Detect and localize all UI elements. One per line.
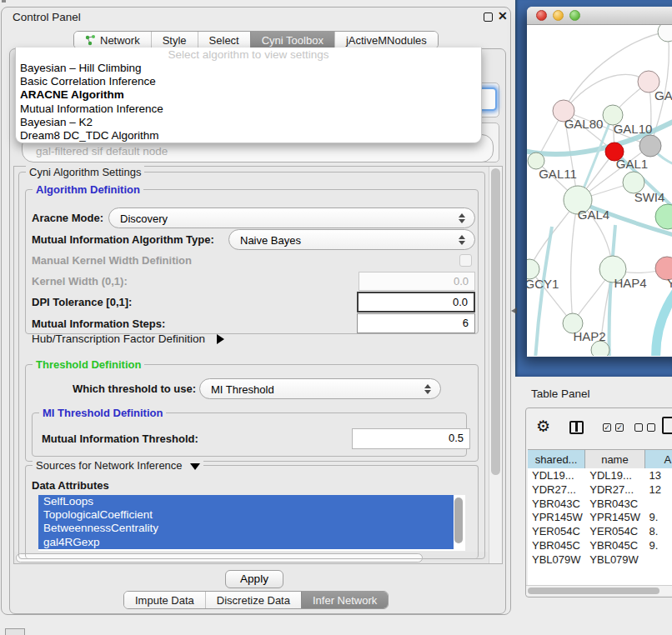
table-cell: YDL19... [585, 468, 644, 482]
table-cell: 9. [644, 567, 672, 568]
node-label: GAL11 [539, 167, 577, 181]
aracne-mode-label: Aracne Mode: [32, 212, 103, 224]
node-label: Y [667, 276, 672, 290]
table-cell: 13 [644, 468, 672, 482]
data-attributes-label: Data Attributes [32, 479, 109, 492]
float-window-icon[interactable] [484, 12, 493, 22]
table-row[interactable]: YPR145WYPR145W9. [528, 510, 672, 524]
table-cell: YPR145W [528, 510, 585, 524]
table-row[interactable]: YDR27...YDR27...12 [528, 482, 672, 497]
table-scrollbar-thumb[interactable] [528, 588, 659, 594]
tab-infer-network[interactable]: Infer Network [301, 592, 388, 608]
control-panel-title: Control Panel [13, 11, 81, 23]
table-cell: YBR045C [585, 538, 644, 552]
kernel-width-field[interactable]: 0.0 [359, 272, 475, 291]
mi-threshold-field[interactable]: 0.5 [352, 428, 470, 449]
table-column-header[interactable]: A [645, 450, 672, 468]
tab-jactivemnodules[interactable]: jActiveMNodules [334, 32, 438, 48]
close-traffic-light-icon[interactable] [536, 10, 547, 21]
window-edge-tick [2, 0, 6, 2]
tab-impute-data[interactable]: Impute Data [124, 592, 205, 608]
table-row[interactable]: YBL079WYBL079W [528, 552, 672, 567]
dpi-tolerance-label: DPI Tolerance [0,1]: [32, 296, 132, 308]
table-row[interactable]: YBR043CYBR043C [528, 497, 672, 511]
algorithm-option[interactable]: Bayesian – K2 [16, 116, 481, 129]
table-row[interactable]: YDL19...YDL19...13 [528, 468, 672, 482]
tab-network[interactable]: Network [74, 32, 151, 48]
list-scrollbar-thumb[interactable] [454, 498, 463, 543]
data-attributes-list[interactable]: SelfLoopsTopologicalCoefficientBetweenne… [38, 495, 465, 551]
new-table-icon[interactable] [662, 417, 672, 434]
mi-steps-field[interactable]: 6 [357, 313, 475, 333]
table-cell: 9. [644, 538, 672, 552]
which-threshold-combo[interactable]: MI Threshold [199, 378, 441, 399]
network-canvas[interactable]: GALGAL80GAL10GAL1GAL11SWI4GAL4GCY1HAP4YH… [527, 25, 672, 356]
show-columns-icon[interactable] [569, 421, 584, 434]
group-title: Algorithm Definition [33, 183, 143, 196]
table-cell: YER054C [585, 524, 644, 538]
manual-kernel-checkbox[interactable] [459, 254, 472, 267]
table-row[interactable]: YBR045CYBR045C9. [528, 538, 672, 552]
zoom-traffic-light-icon[interactable] [569, 10, 580, 21]
tab-discretize-data[interactable]: Discretize Data [205, 592, 301, 608]
node-table: shared...nameA YDL19...YDL19...13YDR27..… [528, 449, 672, 586]
mi-type-combo[interactable]: Naive Bayes [228, 229, 475, 250]
data-attribute-item[interactable]: TopologicalCoefficient [38, 508, 454, 522]
network-node[interactable] [639, 135, 661, 157]
data-attribute-item[interactable]: BetweennessCentrality [38, 522, 454, 535]
network-node[interactable] [658, 25, 672, 42]
which-threshold-label: Which threshold to use: [73, 382, 196, 395]
algorithm-option[interactable]: Dream8 DC_TDC Algorithm [16, 129, 481, 142]
sources-group-title[interactable]: Sources for Network Inference [33, 459, 203, 472]
minimize-traffic-light-icon[interactable] [553, 10, 564, 21]
aracne-mode-combo[interactable]: Discovery [108, 208, 475, 228]
combo-arrows-icon [459, 234, 465, 246]
tab-network-label: Network [100, 34, 140, 47]
hub-definition-toggle[interactable]: Hub/Transcription Factor Definition [32, 332, 224, 345]
table-horizontal-scrollbar[interactable] [526, 585, 672, 595]
network-icon [85, 35, 96, 46]
network-window-titlebar[interactable] [527, 7, 672, 25]
algorithm-option[interactable]: ARACNE Algorithm [16, 88, 481, 102]
table-cell: YBL079W [585, 552, 644, 567]
data-attribute-item[interactable]: SelfLoops [38, 495, 454, 508]
data-attribute-item[interactable]: gal4RGexp [38, 536, 454, 549]
table-cell: YER054C [528, 524, 585, 538]
gear-icon[interactable]: ⚙ [536, 417, 550, 436]
kernel-width-label: Kernel Width (0,1): [32, 275, 128, 288]
table-row[interactable]: YLR345WYLR345W9. [528, 567, 672, 568]
table-cell: YPR145W [585, 510, 644, 524]
dpi-tolerance-field[interactable]: 0.0 [357, 292, 475, 312]
table-row[interactable]: YER054CYER054C8. [528, 524, 672, 538]
vertical-scrollbar-thumb[interactable] [491, 168, 500, 475]
minimized-panel-button[interactable] [5, 628, 25, 635]
node-label: GCY1 [527, 277, 559, 291]
deselect-all-columns-icon[interactable] [634, 423, 655, 432]
network-node[interactable] [655, 204, 672, 229]
algorithm-option[interactable]: Basic Correlation Inference [16, 75, 481, 88]
tab-style[interactable]: Style [151, 32, 198, 48]
select-all-columns-icon[interactable]: ✓✓ [603, 423, 624, 432]
algorithm-option[interactable]: Mutual Information Inference [16, 102, 481, 116]
close-icon[interactable]: ✕ [498, 9, 508, 22]
apply-button[interactable]: Apply [225, 570, 283, 588]
algorithm-option[interactable]: Bayesian – Hill Climbing [16, 62, 481, 75]
control-panel-tab-strip: Network Style Select Cyni Toolbox jActiv… [73, 31, 439, 49]
algorithm-popup: Select algorithm to view settings Bayesi… [15, 48, 482, 143]
collapse-arrow-icon [190, 463, 200, 470]
table-cell: YBR045C [528, 538, 585, 552]
table-column-header[interactable]: name [585, 450, 644, 468]
tab-select[interactable]: Select [198, 32, 250, 48]
node-label: GAL80 [564, 117, 604, 131]
table-cell [644, 497, 672, 511]
table-cell: YDL19... [528, 468, 585, 482]
node-label: GAL1 [616, 157, 648, 171]
table-cell: YBL079W [528, 552, 585, 567]
algorithm-dropdown-list: Bayesian – Hill ClimbingBasic Correlatio… [16, 62, 481, 142]
tab-cyni-toolbox[interactable]: Cyni Toolbox [250, 32, 334, 48]
mi-type-label: Mutual Information Algorithm Type: [32, 233, 214, 246]
table-column-header[interactable]: shared... [528, 450, 585, 468]
node-label: HAP4 [614, 276, 646, 290]
table-cell [644, 552, 672, 567]
node-label: GAL10 [614, 122, 653, 136]
